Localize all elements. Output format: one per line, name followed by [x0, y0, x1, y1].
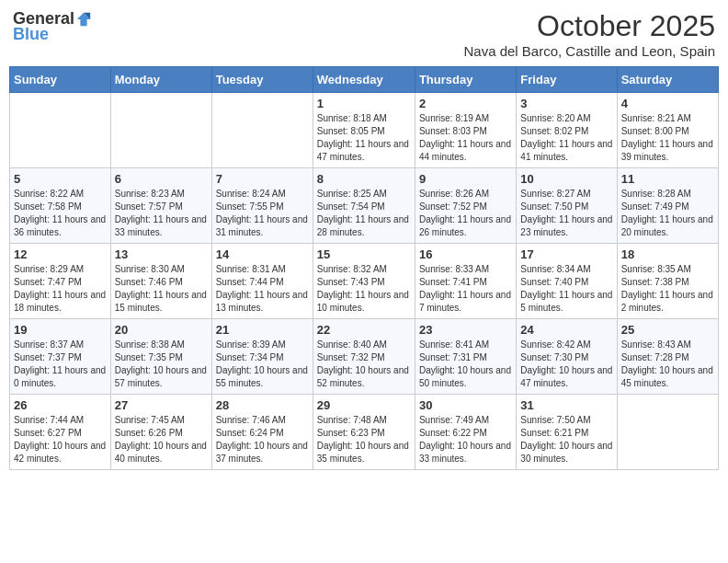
day-info: Sunrise: 8:30 AM Sunset: 7:46 PM Dayligh… — [115, 263, 208, 315]
col-friday: Friday — [517, 67, 617, 93]
calendar-cell: 23Sunrise: 8:41 AM Sunset: 7:31 PM Dayli… — [415, 319, 516, 395]
col-sunday: Sunday — [10, 67, 111, 93]
logo-blue: Blue — [13, 25, 49, 44]
calendar-cell: 16Sunrise: 8:33 AM Sunset: 7:41 PM Dayli… — [415, 244, 516, 319]
day-number: 24 — [520, 323, 612, 337]
day-number: 31 — [520, 398, 612, 412]
calendar-week-4: 19Sunrise: 8:37 AM Sunset: 7:37 PM Dayli… — [10, 319, 719, 395]
day-info: Sunrise: 8:27 AM Sunset: 7:50 PM Dayligh… — [520, 188, 612, 239]
calendar-header-row: Sunday Monday Tuesday Wednesday Thursday… — [10, 67, 719, 93]
day-info: Sunrise: 8:28 AM Sunset: 7:49 PM Dayligh… — [621, 188, 714, 239]
day-info: Sunrise: 8:39 AM Sunset: 7:34 PM Dayligh… — [216, 339, 309, 390]
month-title: October 2025 — [463, 9, 715, 43]
calendar-cell: 19Sunrise: 8:37 AM Sunset: 7:37 PM Dayli… — [10, 319, 111, 395]
day-number: 2 — [419, 97, 512, 110]
calendar-cell: 3Sunrise: 8:20 AM Sunset: 8:02 PM Daylig… — [517, 93, 617, 168]
day-number: 27 — [115, 398, 208, 412]
calendar-cell: 8Sunrise: 8:25 AM Sunset: 7:54 PM Daylig… — [313, 168, 415, 244]
day-info: Sunrise: 7:44 AM Sunset: 6:27 PM Dayligh… — [14, 414, 107, 465]
calendar-cell: 24Sunrise: 8:42 AM Sunset: 7:30 PM Dayli… — [517, 319, 617, 395]
calendar-cell: 11Sunrise: 8:28 AM Sunset: 7:49 PM Dayli… — [617, 168, 718, 244]
day-number: 3 — [520, 97, 612, 110]
day-info: Sunrise: 7:49 AM Sunset: 6:22 PM Dayligh… — [419, 414, 512, 465]
page-header: General Blue October 2025 Nava del Barco… — [9, 9, 719, 59]
col-tuesday: Tuesday — [211, 67, 313, 93]
day-info: Sunrise: 7:50 AM Sunset: 6:21 PM Dayligh… — [520, 414, 612, 465]
day-number: 4 — [621, 97, 714, 110]
day-info: Sunrise: 8:41 AM Sunset: 7:31 PM Dayligh… — [419, 339, 512, 390]
calendar-cell: 4Sunrise: 8:21 AM Sunset: 8:00 PM Daylig… — [617, 93, 718, 168]
day-number: 23 — [419, 323, 512, 337]
day-info: Sunrise: 8:23 AM Sunset: 7:57 PM Dayligh… — [115, 188, 208, 239]
day-info: Sunrise: 8:34 AM Sunset: 7:40 PM Dayligh… — [520, 263, 612, 315]
day-number: 10 — [520, 172, 612, 186]
day-info: Sunrise: 8:40 AM Sunset: 7:32 PM Dayligh… — [317, 339, 411, 390]
day-number: 1 — [317, 97, 411, 110]
calendar-cell: 27Sunrise: 7:45 AM Sunset: 6:26 PM Dayli… — [110, 395, 211, 470]
calendar-cell: 26Sunrise: 7:44 AM Sunset: 6:27 PM Dayli… — [10, 395, 111, 470]
day-number: 19 — [14, 323, 107, 337]
day-info: Sunrise: 8:20 AM Sunset: 8:02 PM Dayligh… — [520, 112, 612, 164]
calendar-cell: 18Sunrise: 8:35 AM Sunset: 7:38 PM Dayli… — [617, 244, 718, 319]
day-number: 13 — [115, 247, 208, 261]
calendar-cell: 13Sunrise: 8:30 AM Sunset: 7:46 PM Dayli… — [110, 244, 211, 319]
calendar-cell: 30Sunrise: 7:49 AM Sunset: 6:22 PM Dayli… — [415, 395, 516, 470]
calendar-week-2: 5Sunrise: 8:22 AM Sunset: 7:58 PM Daylig… — [10, 168, 719, 244]
calendar-cell — [617, 395, 718, 470]
day-info: Sunrise: 7:46 AM Sunset: 6:24 PM Dayligh… — [216, 414, 309, 465]
day-info: Sunrise: 8:43 AM Sunset: 7:28 PM Dayligh… — [621, 339, 714, 390]
day-number: 25 — [621, 323, 714, 337]
location-subtitle: Nava del Barco, Castille and Leon, Spain — [463, 43, 715, 59]
calendar-cell: 21Sunrise: 8:39 AM Sunset: 7:34 PM Dayli… — [211, 319, 313, 395]
day-number: 8 — [317, 172, 411, 186]
day-number: 5 — [14, 172, 107, 186]
day-info: Sunrise: 8:29 AM Sunset: 7:47 PM Dayligh… — [14, 263, 107, 315]
calendar-cell: 5Sunrise: 8:22 AM Sunset: 7:58 PM Daylig… — [10, 168, 111, 244]
calendar-week-5: 26Sunrise: 7:44 AM Sunset: 6:27 PM Dayli… — [10, 395, 719, 470]
day-info: Sunrise: 8:24 AM Sunset: 7:55 PM Dayligh… — [216, 188, 309, 239]
day-info: Sunrise: 8:32 AM Sunset: 7:43 PM Dayligh… — [317, 263, 411, 315]
day-number: 21 — [216, 323, 309, 337]
logo-icon — [75, 11, 92, 28]
day-info: Sunrise: 8:22 AM Sunset: 7:58 PM Dayligh… — [14, 188, 107, 239]
day-info: Sunrise: 8:42 AM Sunset: 7:30 PM Dayligh… — [520, 339, 612, 390]
calendar-cell: 31Sunrise: 7:50 AM Sunset: 6:21 PM Dayli… — [517, 395, 617, 470]
calendar-cell: 12Sunrise: 8:29 AM Sunset: 7:47 PM Dayli… — [10, 244, 111, 319]
day-info: Sunrise: 8:25 AM Sunset: 7:54 PM Dayligh… — [317, 188, 411, 239]
calendar-cell: 14Sunrise: 8:31 AM Sunset: 7:44 PM Dayli… — [211, 244, 313, 319]
day-number: 11 — [621, 172, 714, 186]
calendar-cell: 10Sunrise: 8:27 AM Sunset: 7:50 PM Dayli… — [517, 168, 617, 244]
day-info: Sunrise: 8:31 AM Sunset: 7:44 PM Dayligh… — [216, 263, 309, 315]
day-number: 22 — [317, 323, 411, 337]
day-info: Sunrise: 8:33 AM Sunset: 7:41 PM Dayligh… — [419, 263, 512, 315]
day-number: 7 — [216, 172, 309, 186]
day-info: Sunrise: 8:19 AM Sunset: 8:03 PM Dayligh… — [419, 112, 512, 164]
calendar-week-3: 12Sunrise: 8:29 AM Sunset: 7:47 PM Dayli… — [10, 244, 719, 319]
day-info: Sunrise: 8:21 AM Sunset: 8:00 PM Dayligh… — [621, 112, 714, 164]
day-number: 12 — [14, 247, 107, 261]
calendar-cell: 20Sunrise: 8:38 AM Sunset: 7:35 PM Dayli… — [110, 319, 211, 395]
day-info: Sunrise: 8:38 AM Sunset: 7:35 PM Dayligh… — [115, 339, 208, 390]
col-thursday: Thursday — [415, 67, 516, 93]
day-number: 20 — [115, 323, 208, 337]
day-number: 16 — [419, 247, 512, 261]
day-number: 29 — [317, 398, 411, 412]
calendar-cell — [110, 93, 211, 168]
day-number: 26 — [14, 398, 107, 412]
calendar-cell: 22Sunrise: 8:40 AM Sunset: 7:32 PM Dayli… — [313, 319, 415, 395]
col-wednesday: Wednesday — [313, 67, 415, 93]
calendar-cell: 6Sunrise: 8:23 AM Sunset: 7:57 PM Daylig… — [110, 168, 211, 244]
calendar-week-1: 1Sunrise: 8:18 AM Sunset: 8:05 PM Daylig… — [10, 93, 719, 168]
calendar-cell: 1Sunrise: 8:18 AM Sunset: 8:05 PM Daylig… — [313, 93, 415, 168]
calendar-cell: 9Sunrise: 8:26 AM Sunset: 7:52 PM Daylig… — [415, 168, 516, 244]
day-info: Sunrise: 8:26 AM Sunset: 7:52 PM Dayligh… — [419, 188, 512, 239]
day-number: 28 — [216, 398, 309, 412]
day-info: Sunrise: 8:18 AM Sunset: 8:05 PM Dayligh… — [317, 112, 411, 164]
day-info: Sunrise: 7:48 AM Sunset: 6:23 PM Dayligh… — [317, 414, 411, 465]
day-number: 6 — [115, 172, 208, 186]
day-number: 30 — [419, 398, 512, 412]
logo: General Blue — [13, 9, 92, 44]
calendar-table: Sunday Monday Tuesday Wednesday Thursday… — [9, 66, 719, 470]
day-number: 9 — [419, 172, 512, 186]
calendar-cell: 25Sunrise: 8:43 AM Sunset: 7:28 PM Dayli… — [617, 319, 718, 395]
